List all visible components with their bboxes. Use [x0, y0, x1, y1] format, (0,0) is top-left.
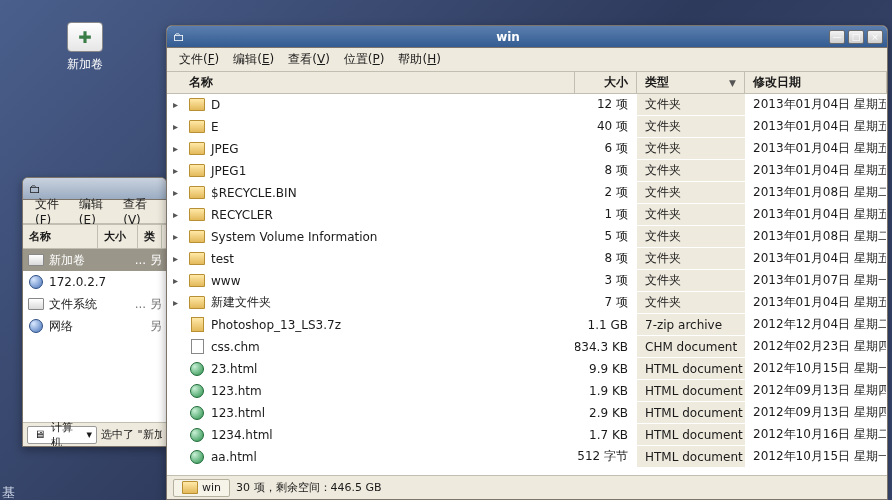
- folder-icon: [189, 142, 205, 156]
- expand-toggle[interactable]: ▸: [173, 121, 183, 132]
- places-item-label: 网络: [45, 318, 150, 335]
- file-date: 2013年01月08日 星期二: [745, 226, 887, 247]
- window-title: win: [187, 30, 829, 44]
- file-row[interactable]: ▸JPEG6 项文件夹2013年01月04日 星期五: [167, 138, 887, 160]
- file-row[interactable]: ▸$RECYCLE.BIN2 项文件夹2013年01月08日 星期二: [167, 182, 887, 204]
- file-date: 2013年01月04日 星期五: [745, 160, 887, 181]
- places-item-label: 新加卷: [45, 252, 135, 269]
- file-browser-menubar: 文件(F)编辑(E)查看(V)位置(P)帮助(H): [167, 48, 887, 72]
- menu-item[interactable]: 文件(F): [173, 49, 225, 70]
- file-type: 文件夹: [637, 292, 745, 313]
- file-name: E: [211, 120, 219, 134]
- expand-toggle[interactable]: ▸: [173, 275, 183, 286]
- file-date: 2013年01月07日 星期一: [745, 270, 887, 291]
- menu-item[interactable]: 帮助(H): [392, 49, 446, 70]
- file-row[interactable]: ▸JPEG18 项文件夹2013年01月04日 星期五: [167, 160, 887, 182]
- file-size: 2.9 KB: [575, 402, 637, 423]
- file-type: 7-zip archive: [637, 314, 745, 335]
- breadcrumb[interactable]: win: [173, 479, 230, 497]
- file-row[interactable]: 23.html9.9 KBHTML document2012年10月15日 星期…: [167, 358, 887, 380]
- file-name: RECYCLER: [211, 208, 273, 222]
- folder-icon: [189, 120, 205, 134]
- file-type: 文件夹: [637, 138, 745, 159]
- file-date: 2013年01月04日 星期五: [745, 138, 887, 159]
- file-row[interactable]: ▸test8 项文件夹2013年01月04日 星期五: [167, 248, 887, 270]
- menu-item[interactable]: 编辑(E): [227, 49, 280, 70]
- expand-toggle[interactable]: ▸: [173, 231, 183, 242]
- file-column-header[interactable]: 名称 大小 类型 修改日期: [167, 72, 887, 94]
- col-name[interactable]: 名称: [167, 72, 575, 93]
- file-row[interactable]: ▸System Volume Information5 项文件夹2013年01月…: [167, 226, 887, 248]
- file-row[interactable]: ▸新建文件夹7 项文件夹2013年01月04日 星期五: [167, 292, 887, 314]
- file-name: 1234.html: [211, 428, 273, 442]
- sys-icon: [27, 297, 45, 311]
- expand-toggle[interactable]: ▸: [173, 143, 183, 154]
- location-combo-label: 计算机: [51, 420, 82, 448]
- places-column-header[interactable]: 名称大小类: [23, 225, 166, 249]
- desktop-volume-icon[interactable]: ✚ 新加卷: [55, 22, 115, 73]
- col-type[interactable]: 类型: [637, 72, 745, 93]
- close-button[interactable]: ×: [867, 30, 883, 44]
- file-row[interactable]: 1234.html1.7 KBHTML document2012年10月16日 …: [167, 424, 887, 446]
- file-browser-titlebar[interactable]: 🗀 win — □ ×: [167, 26, 887, 48]
- file-type: CHM document: [637, 336, 745, 357]
- file-size: 8 项: [575, 160, 637, 181]
- file-name: 新建文件夹: [211, 294, 271, 311]
- folder-icon: [189, 164, 205, 178]
- places-item[interactable]: 文件系统... 另: [23, 293, 166, 315]
- file-name: aa.html: [211, 450, 257, 464]
- file-row[interactable]: 123.html2.9 KBHTML document2012年09月13日 星…: [167, 402, 887, 424]
- places-item[interactable]: 172.0.2.7: [23, 271, 166, 293]
- expand-toggle[interactable]: ▸: [173, 209, 183, 220]
- file-type: 文件夹: [637, 248, 745, 269]
- column-header-cell[interactable]: 名称: [23, 225, 98, 248]
- col-size[interactable]: 大小: [575, 72, 637, 93]
- file-size: 7 项: [575, 292, 637, 313]
- file-row[interactable]: ▸RECYCLER1 项文件夹2013年01月04日 星期五: [167, 204, 887, 226]
- html-icon: [189, 450, 205, 464]
- menu-item[interactable]: 查看(V): [282, 49, 336, 70]
- places-item[interactable]: 网络另: [23, 315, 166, 337]
- expand-toggle[interactable]: ▸: [173, 165, 183, 176]
- expand-toggle[interactable]: ▸: [173, 99, 183, 110]
- file-row[interactable]: ▸E40 项文件夹2013年01月04日 星期五: [167, 116, 887, 138]
- file-type: 文件夹: [637, 204, 745, 225]
- file-row[interactable]: ▸D12 项文件夹2013年01月04日 星期五: [167, 94, 887, 116]
- file-row[interactable]: css.chm834.3 KBCHM document2012年02月23日 星…: [167, 336, 887, 358]
- net-icon: [27, 319, 45, 333]
- file-date: 2013年01月04日 星期五: [745, 116, 887, 137]
- file-name: System Volume Information: [211, 230, 377, 244]
- file-date: 2013年01月04日 星期五: [745, 94, 887, 115]
- folder-icon: [182, 481, 198, 495]
- column-header-cell[interactable]: 类: [138, 225, 162, 248]
- expand-toggle[interactable]: ▸: [173, 297, 183, 308]
- places-window: 🗀 文件(F)编辑(E)查看(V) 名称大小类 新加卷... 另172.0.2.…: [22, 177, 167, 447]
- location-combo[interactable]: 计算机 ▾: [27, 426, 97, 444]
- file-size: 1.1 GB: [575, 314, 637, 335]
- file-row[interactable]: ▸www3 项文件夹2013年01月07日 星期一: [167, 270, 887, 292]
- maximize-button[interactable]: □: [848, 30, 864, 44]
- file-row[interactable]: Photoshop_13_LS3.7z1.1 GB7-zip archive20…: [167, 314, 887, 336]
- file-browser-status-text: 30 项，剩余空间：446.5 GB: [236, 480, 382, 495]
- file-row[interactable]: aa.html512 字节HTML document2012年10月15日 星期…: [167, 446, 887, 468]
- column-header-cell[interactable]: 大小: [98, 225, 138, 248]
- file-name: test: [211, 252, 234, 266]
- file-list[interactable]: ▸D12 项文件夹2013年01月04日 星期五▸E40 项文件夹2013年01…: [167, 94, 887, 475]
- expand-toggle[interactable]: ▸: [173, 253, 183, 264]
- file-size: 12 项: [575, 94, 637, 115]
- html-icon: [189, 406, 205, 420]
- menu-item[interactable]: 位置(P): [338, 49, 391, 70]
- places-item-tail: 另: [150, 318, 162, 335]
- places-item[interactable]: 新加卷... 另: [23, 249, 166, 271]
- expand-toggle[interactable]: ▸: [173, 187, 183, 198]
- file-date: 2012年12月04日 星期二: [745, 314, 887, 335]
- col-date[interactable]: 修改日期: [745, 72, 887, 93]
- drive-icon: ✚: [67, 22, 103, 52]
- folder-icon: 🗀: [171, 30, 187, 44]
- file-size: 40 项: [575, 116, 637, 137]
- chm-icon: [189, 340, 205, 354]
- file-type: HTML document: [637, 446, 745, 467]
- file-row[interactable]: 123.htm1.9 KBHTML document2012年09月13日 星期…: [167, 380, 887, 402]
- minimize-button[interactable]: —: [829, 30, 845, 44]
- file-date: 2012年09月13日 星期四: [745, 402, 887, 423]
